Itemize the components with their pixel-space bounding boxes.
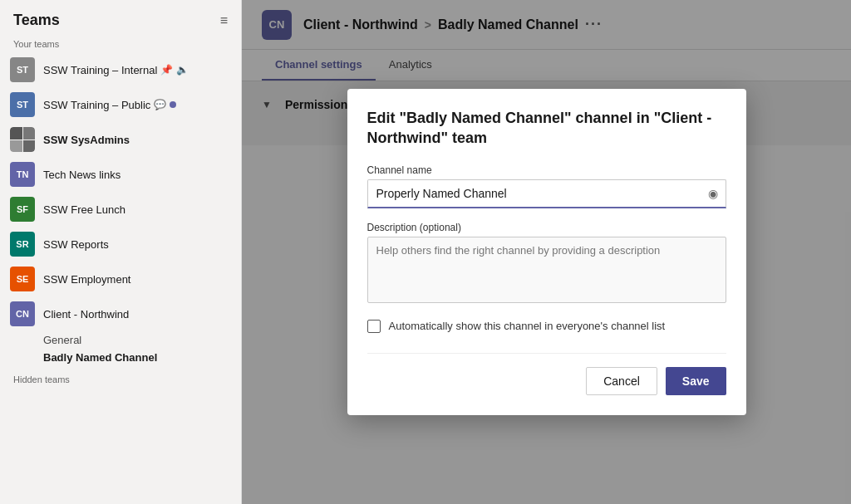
team-avatar: SR <box>10 232 35 257</box>
main-area: CN Client - Northwind > Badly Named Chan… <box>242 0 851 504</box>
team-avatar: CN <box>10 301 35 326</box>
team-avatar: TN <box>10 162 35 187</box>
speaker-icon: 🔈 <box>176 64 189 76</box>
team-name: SSW Employment <box>43 273 214 286</box>
auto-show-checkbox-row: Automatically show this channel in every… <box>367 320 726 333</box>
save-button[interactable]: Save <box>666 367 726 395</box>
sidebar-title: Teams <box>13 12 60 29</box>
auto-show-label: Automatically show this channel in every… <box>389 320 666 332</box>
channel-name-field-wrapper: ◉ <box>367 179 726 208</box>
team-name: SSW SysAdmins <box>43 134 214 146</box>
edit-channel-dialog: Edit "Badly Named Channel" channel in "C… <box>347 89 746 415</box>
dialog-title: Edit "Badly Named Channel" channel in "C… <box>367 109 726 148</box>
team-avatar: SE <box>10 267 35 291</box>
chat-icon: 💬 <box>154 99 166 110</box>
channel-general[interactable]: General <box>0 331 241 349</box>
team-avatar: SF <box>10 197 35 222</box>
hamburger-icon[interactable]: ≡ <box>220 13 228 28</box>
sidebar-item-client-northwind[interactable]: CN Client - Northwind ··· <box>0 296 241 331</box>
team-name: Client - Northwind <box>43 308 214 321</box>
sidebar-item-ssw-reports[interactable]: SR SSW Reports ··· <box>0 227 241 262</box>
channel-name-label: Channel name <box>367 164 726 176</box>
team-name: SSW Training – Public 💬 <box>43 99 214 111</box>
sidebar-item-ssw-training-internal[interactable]: ST SSW Training – Internal 📌🔈 ··· <box>0 52 241 87</box>
check-icon: ◉ <box>708 187 718 200</box>
pin-icon: 📌 <box>160 64 173 76</box>
auto-show-checkbox[interactable] <box>367 320 381 333</box>
notification-dot <box>170 101 176 108</box>
sidebar-item-tech-news-links[interactable]: TN Tech News links ··· <box>0 157 241 192</box>
team-avatar <box>10 127 35 152</box>
your-teams-label: Your teams <box>0 34 241 52</box>
team-avatar: ST <box>10 57 35 82</box>
sidebar-item-ssw-training-public[interactable]: ST SSW Training – Public 💬 ··· <box>0 87 241 122</box>
team-name: SSW Free Lunch <box>43 203 214 216</box>
description-textarea[interactable] <box>367 237 726 303</box>
modal-overlay: Edit "Badly Named Channel" channel in "C… <box>242 0 851 504</box>
cancel-button[interactable]: Cancel <box>586 367 657 395</box>
channel-badly-named[interactable]: Badly Named Channel <box>0 349 241 366</box>
sidebar: Teams ≡ Your teams ST SSW Training – Int… <box>0 0 242 504</box>
hidden-teams-label: Hidden teams <box>0 366 241 388</box>
description-label: Description (optional) <box>367 222 726 233</box>
sidebar-item-ssw-sysadmins[interactable]: SSW SysAdmins ··· <box>0 122 241 157</box>
dialog-footer: Cancel Save <box>367 353 726 395</box>
team-name: SSW Training – Internal 📌🔈 <box>43 64 214 76</box>
team-name: SSW Reports <box>43 238 214 251</box>
sidebar-item-ssw-free-lunch[interactable]: SF SSW Free Lunch ··· <box>0 192 241 227</box>
channel-name-input[interactable] <box>367 179 726 208</box>
sidebar-header: Teams ≡ <box>0 0 241 34</box>
description-field-wrapper <box>367 237 726 306</box>
team-name: Tech News links <box>43 169 214 181</box>
sidebar-item-ssw-employment[interactable]: SE SSW Employment ··· <box>0 262 241 296</box>
team-avatar: ST <box>10 92 35 117</box>
